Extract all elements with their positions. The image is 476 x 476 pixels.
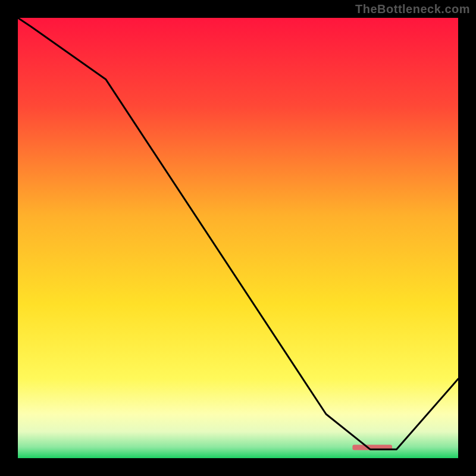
plot-area bbox=[18, 18, 458, 458]
chart-frame: TheBottleneck.com bbox=[0, 0, 476, 476]
chart-svg bbox=[18, 18, 458, 458]
gradient-background bbox=[18, 18, 458, 458]
watermark-text: TheBottleneck.com bbox=[355, 2, 470, 16]
